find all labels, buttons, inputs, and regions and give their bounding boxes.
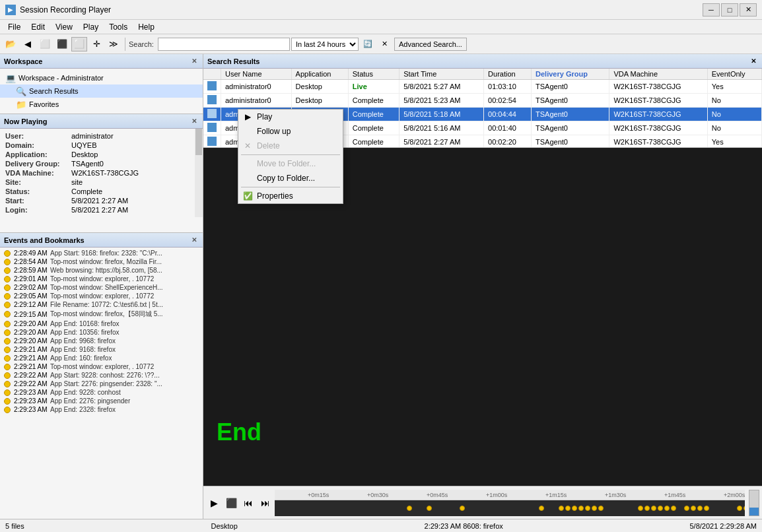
search-input[interactable] bbox=[158, 38, 290, 51]
context-menu-followup[interactable]: Follow up bbox=[238, 124, 343, 139]
list-item[interactable]: 2:29:22 AM App Start: 9228: conhost: 227… bbox=[0, 371, 203, 380]
list-item[interactable]: 2:28:49 AM App Start: 9168: firefox: 232… bbox=[0, 249, 203, 257]
search-results-close-button[interactable]: ✕ bbox=[749, 57, 758, 66]
tree-item-workspace[interactable]: 💻 Workspace - Administrator bbox=[0, 71, 203, 84]
context-menu-delete[interactable]: ✕ Delete bbox=[238, 139, 343, 153]
search-results-title: Search Results bbox=[207, 57, 260, 65]
ctx-followup-label: Follow up bbox=[257, 127, 291, 136]
list-item[interactable]: 2:29:23 AM App End: 2276: pingsender bbox=[0, 397, 203, 405]
title-bar: ▶ Session Recording Player ─ □ ✕ bbox=[0, 0, 762, 20]
now-playing-close-button[interactable]: ✕ bbox=[190, 117, 199, 126]
toolbar-stop[interactable]: ⬜ bbox=[37, 37, 53, 51]
col-header-application[interactable]: Application bbox=[291, 69, 348, 80]
context-menu-play[interactable]: ▶ Play bbox=[238, 110, 343, 124]
menu-tools[interactable]: Tools bbox=[104, 21, 133, 33]
list-item[interactable]: 2:28:54 AM Top-most window: firefox, Moz… bbox=[0, 257, 203, 266]
event-time: 2:29:23 AM bbox=[14, 406, 50, 413]
event-time: 2:28:54 AM bbox=[14, 258, 50, 265]
prev-button[interactable]: ⏮ bbox=[240, 495, 256, 511]
now-playing-scrollbar[interactable] bbox=[195, 129, 203, 217]
toolbar-refresh[interactable]: 🔄 bbox=[360, 37, 376, 51]
list-item[interactable]: 2:28:59 AM Web browsing: https://bj.58.c… bbox=[0, 266, 203, 275]
cell-status: Complete bbox=[348, 108, 399, 121]
events-close-button[interactable]: ✕ bbox=[190, 236, 199, 245]
list-item[interactable]: 2:29:21 AM App End: 160: firefox bbox=[0, 354, 203, 362]
list-item[interactable]: 2:29:21 AM App End: 9168: firefox bbox=[0, 345, 203, 354]
maximize-button[interactable]: □ bbox=[721, 3, 738, 17]
status-bottom-mid: 2:29:23 AM 8608: firefox bbox=[425, 522, 503, 530]
context-menu-properties[interactable]: ✅ Properties bbox=[238, 189, 343, 203]
toolbar-select[interactable]: ⬜ bbox=[71, 37, 87, 51]
time-range-select[interactable]: In last 24 hours In last 7 days In last … bbox=[291, 38, 359, 51]
workspace-close-button[interactable]: ✕ bbox=[190, 57, 199, 66]
advanced-search-button[interactable]: Advanced Search... bbox=[394, 38, 467, 51]
tree-item-search-label: Search Results bbox=[29, 87, 79, 95]
cell-application: Desktop bbox=[291, 80, 348, 94]
list-item[interactable]: 2:29:23 AM App End: 2328: firefox bbox=[0, 405, 203, 414]
list-item[interactable]: 2:29:21 AM Top-most window: explorer, . … bbox=[0, 362, 203, 371]
cell-starttime: 5/8/2021 5:16 AM bbox=[399, 121, 484, 135]
event-desc: App End: 9168: firefox bbox=[50, 346, 116, 353]
col-header-username[interactable] bbox=[203, 69, 221, 80]
list-item[interactable]: 2:29:20 AM App End: 9968: firefox bbox=[0, 337, 203, 345]
list-item[interactable]: 2:29:20 AM App End: 10356: firefox bbox=[0, 328, 203, 337]
list-item[interactable]: 2:29:20 AM App End: 10168: firefox bbox=[0, 319, 203, 328]
toolbar-move[interactable]: ✛ bbox=[88, 37, 104, 51]
menu-help[interactable]: Help bbox=[133, 21, 160, 33]
list-item[interactable]: 2:29:05 AM Top-most window: explorer, . … bbox=[0, 292, 203, 300]
minimize-button[interactable]: ─ bbox=[703, 3, 720, 17]
col-header-eventonly[interactable]: EventOnly bbox=[707, 69, 761, 80]
event-desc: App End: 9228: conhost bbox=[50, 389, 121, 396]
computer-icon: 💻 bbox=[5, 73, 16, 83]
event-time: 2:29:21 AM bbox=[14, 363, 50, 370]
tree-item-favorites[interactable]: 📁 Favorites bbox=[0, 98, 203, 111]
list-item[interactable]: 2:29:22 AM App Start: 2276: pingsender: … bbox=[0, 380, 203, 388]
toolbar-open[interactable]: 📂 bbox=[3, 37, 18, 51]
menu-play[interactable]: Play bbox=[78, 21, 104, 33]
table-row[interactable]: administrator0 Desktop Live 5/8/2021 5:2… bbox=[203, 80, 762, 94]
event-dot bbox=[4, 364, 11, 370]
now-playing-title: Now Playing bbox=[4, 117, 47, 125]
value-status: Complete bbox=[71, 187, 197, 195]
menu-edit[interactable]: Edit bbox=[26, 21, 50, 33]
list-item[interactable]: 2:29:15 AM Top-most window: firefox,【58同… bbox=[0, 309, 203, 319]
tick-0m15s: +0m15s bbox=[308, 492, 329, 498]
toolbar-back[interactable]: ◀ bbox=[20, 37, 36, 51]
label-deliverygroup: Delivery Group: bbox=[5, 160, 71, 168]
toolbar-cancel[interactable]: ✕ bbox=[377, 37, 393, 51]
table-row[interactable]: administrator0 Desktop Complete 5/8/2021… bbox=[203, 94, 762, 108]
timeline-event-dot bbox=[559, 506, 564, 511]
col-header-starttime[interactable]: Start Time bbox=[399, 69, 484, 80]
context-menu-move-to-folder[interactable]: Move to Folder... bbox=[238, 156, 343, 171]
list-item[interactable]: 2:29:23 AM App End: 9228: conhost bbox=[0, 388, 203, 397]
event-dot bbox=[4, 284, 11, 291]
stop-button[interactable]: ⬛ bbox=[223, 495, 239, 511]
list-item[interactable]: 2:29:01 AM Top-most window: explorer, . … bbox=[0, 275, 203, 283]
timeline-event-dot bbox=[704, 506, 709, 511]
timeline-event-dot bbox=[585, 506, 590, 511]
copy-folder-icon bbox=[242, 173, 253, 183]
col-header-deliverygroup[interactable]: Delivery Group bbox=[532, 69, 609, 80]
col-header-duration[interactable]: Duration bbox=[484, 69, 532, 80]
next-button[interactable]: ⏭ bbox=[258, 495, 273, 511]
scrollbar-thumb[interactable] bbox=[195, 129, 202, 155]
info-row-start: Start: 5/8/2021 2:27 AM bbox=[5, 196, 197, 205]
list-item[interactable]: 2:29:12 AM File Rename: 10772: C:\test\6… bbox=[0, 300, 203, 309]
toolbar-extra[interactable]: ≫ bbox=[106, 37, 121, 51]
tree-item-search-results[interactable]: 🔍 Search Results bbox=[0, 84, 203, 98]
toolbar-frame[interactable]: ⬛ bbox=[54, 37, 70, 51]
close-button[interactable]: ✕ bbox=[740, 3, 757, 17]
menu-view[interactable]: View bbox=[50, 21, 78, 33]
list-item[interactable]: 2:29:02 AM Top-most window: ShellExperie… bbox=[0, 283, 203, 292]
cell-status: Complete bbox=[348, 94, 399, 108]
play-button[interactable]: ▶ bbox=[206, 495, 222, 511]
info-row-status: Status: Complete bbox=[5, 187, 197, 196]
timeline-container[interactable]: +0m15s +0m30s +0m45s +1m00s +1m15s +1m30… bbox=[275, 490, 745, 516]
menu-file[interactable]: File bbox=[3, 21, 26, 33]
col-header-username-text[interactable]: User Name bbox=[221, 69, 292, 80]
cell-duration: 00:04:44 bbox=[484, 108, 532, 121]
context-menu-copy-to-folder[interactable]: Copy to Folder... bbox=[238, 171, 343, 185]
col-header-status[interactable]: Status bbox=[348, 69, 399, 80]
col-header-vdamachine[interactable]: VDA Machine bbox=[609, 69, 707, 80]
volume-progress[interactable] bbox=[749, 490, 759, 516]
